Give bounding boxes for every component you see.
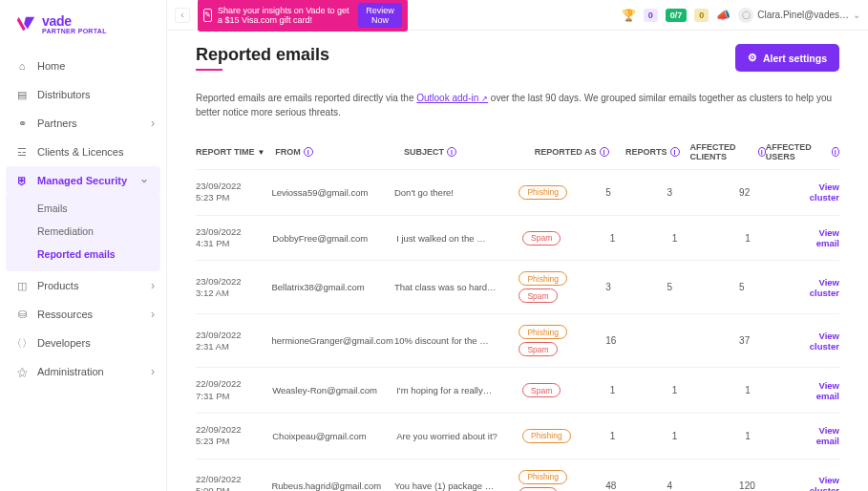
cell-from: Weasley-Ron@gmail.com <box>272 385 396 395</box>
alert-settings-button[interactable]: Alert settings <box>735 44 839 72</box>
badge-alerts[interactable]: 0 <box>694 9 709 22</box>
tag-spam: Spam <box>522 231 561 246</box>
cell-reports: 16 <box>605 335 667 346</box>
sort-desc-icon: ▼ <box>258 148 265 157</box>
cell-action: View cluster <box>810 475 839 491</box>
nav-developers[interactable]: 〈〉Developers <box>0 329 166 357</box>
cell-users: 1 <box>745 385 816 395</box>
view-email-link[interactable]: View email <box>816 425 839 446</box>
cell-reported-as: PhishingSpam <box>519 470 605 491</box>
external-link-icon: ↗ <box>481 95 488 103</box>
col-reported-as[interactable]: REPORTED ASi <box>535 142 625 161</box>
cell-reported-as: PhishingSpam <box>519 271 605 303</box>
col-from[interactable]: FROMi <box>275 142 404 161</box>
info-icon[interactable]: i <box>832 147 839 157</box>
table-row: 23/09/20224:31 PMDobbyFree@gmail.comI ju… <box>196 215 839 261</box>
logo-icon <box>15 13 36 34</box>
tag-phishing: Phishing <box>522 429 571 443</box>
view-cluster-link[interactable]: View cluster <box>810 277 839 298</box>
cell-action: View cluster <box>810 277 839 298</box>
view-email-link[interactable]: View email <box>816 380 839 401</box>
topbar: ‹ ✎ Share your insights on Vade to get a… <box>167 0 868 31</box>
col-affected-clients[interactable]: AFFECTED CLIENTSi <box>689 142 765 161</box>
products-icon: ◫ <box>15 279 29 292</box>
col-report-time[interactable]: REPORT TIME▼ <box>196 142 275 161</box>
cell-reported-as: Spam <box>522 231 610 246</box>
table-row: 23/09/20222:31 AMhermioneGranger@gmail.c… <box>196 313 839 367</box>
view-email-link[interactable]: View email <box>816 227 839 248</box>
col-subject[interactable]: SUBJECTi <box>404 142 535 161</box>
brand-name: vade <box>42 14 107 28</box>
info-icon[interactable]: i <box>600 147 609 157</box>
cell-subject: Don't go there! <box>394 187 519 198</box>
nav-distributors[interactable]: ▤Distributors <box>0 80 166 109</box>
view-cluster-link[interactable]: View cluster <box>810 181 839 203</box>
back-button[interactable]: ‹ <box>175 8 190 23</box>
tag-spam: Spam <box>519 487 557 491</box>
tag-phishing: Phishing <box>519 185 567 200</box>
cell-action: View email <box>816 380 839 401</box>
cell-reports: 3 <box>605 282 667 292</box>
info-icon[interactable]: i <box>758 147 766 157</box>
cell-users: 5 <box>739 282 810 292</box>
view-cluster-link[interactable]: View cluster <box>810 331 839 352</box>
nav-home[interactable]: ⌂Home <box>0 52 166 80</box>
cell-subject: That class was so hard… <box>394 282 519 292</box>
cell-reports: 1 <box>610 233 672 244</box>
clients-icon: ☲ <box>15 145 29 159</box>
info-icon[interactable]: i <box>447 147 456 157</box>
resources-icon: ⛁ <box>15 308 29 321</box>
info-icon[interactable]: i <box>670 147 680 157</box>
cell-reports: 1 <box>610 431 672 441</box>
cell-from: Rubeus.hagrid@gmail.com <box>271 480 394 491</box>
nav-ressources[interactable]: ⛁Ressources <box>0 300 166 329</box>
nav-partners[interactable]: ⚭Partners <box>0 109 166 138</box>
nav-products[interactable]: ◫Products <box>0 271 166 300</box>
review-now-button[interactable]: Review Now <box>358 3 402 28</box>
nav-administration[interactable]: ⚝Administration <box>0 357 166 386</box>
trophy-icon[interactable]: 🏆 <box>622 9 636 22</box>
cell-subject: 10% discount for the … <box>394 335 519 346</box>
cell-clients: 1 <box>672 385 745 395</box>
page-description: Reported emails are emails reported dire… <box>196 81 839 135</box>
brand-subtitle: PARTNER PORTAL <box>42 28 107 34</box>
cell-time: 23/09/20222:31 AM <box>196 330 271 353</box>
info-icon[interactable]: i <box>304 147 313 157</box>
table-row: 22/09/20225:23 PMChoixpeau@gmail.comAre … <box>196 413 839 459</box>
user-menu[interactable]: ◯ Clara.Pinel@vades… <box>738 8 860 23</box>
distributors-icon: ▤ <box>15 88 29 101</box>
nav-reported-emails[interactable]: Reported emails <box>6 243 160 266</box>
view-cluster-link[interactable]: View cluster <box>810 475 839 491</box>
tag-spam: Spam <box>519 288 557 303</box>
cell-subject: I just walked on the … <box>396 233 522 244</box>
cell-time: 22/09/20225:00 PM <box>196 474 271 491</box>
table-row: 22/09/20227:31 PMWeasley-Ron@gmail.comI'… <box>196 367 839 413</box>
cell-reported-as: Spam <box>522 383 610 397</box>
cell-reports: 48 <box>605 480 667 491</box>
home-icon: ⌂ <box>15 59 29 73</box>
cell-time: 23/09/20224:31 PM <box>196 226 272 250</box>
cell-time: 22/09/20225:23 PM <box>196 424 272 448</box>
nav-managed-security[interactable]: ⛨Managed Security <box>6 166 160 195</box>
main: ‹ ✎ Share your insights on Vade to get a… <box>167 0 868 491</box>
outlook-addin-link[interactable]: Outlook add-in ↗ <box>416 93 488 103</box>
nav-emails[interactable]: Emails <box>6 197 160 220</box>
cell-from: Choixpeau@gmail.com <box>272 431 396 441</box>
cell-from: Bellatrix38@gmail.com <box>271 282 394 292</box>
page-header: Reported emails Alert settings <box>167 31 868 81</box>
badge-progress[interactable]: 0/7 <box>666 9 688 22</box>
logo[interactable]: vade PARTNER PORTAL <box>0 0 166 48</box>
nav-remediation[interactable]: Remediation <box>6 220 160 243</box>
cell-clients: 1 <box>672 233 745 244</box>
col-affected-users[interactable]: AFFECTED USERSi <box>766 142 839 161</box>
cell-time: 23/09/20225:23 PM <box>196 181 271 204</box>
col-reports[interactable]: REPORTSi <box>625 142 689 161</box>
cell-time: 23/09/20223:12 AM <box>196 276 271 300</box>
badge-points[interactable]: 0 <box>644 9 658 22</box>
reports-table: REPORT TIME▼ FROMi SUBJECTi REPORTED ASi… <box>196 135 839 491</box>
cell-clients: 5 <box>667 282 739 292</box>
cell-users: 37 <box>739 335 810 346</box>
cell-reports: 5 <box>605 187 667 198</box>
announcement-icon[interactable]: 📣 <box>716 9 730 22</box>
nav-clients[interactable]: ☲Clients & Licences <box>0 138 166 166</box>
